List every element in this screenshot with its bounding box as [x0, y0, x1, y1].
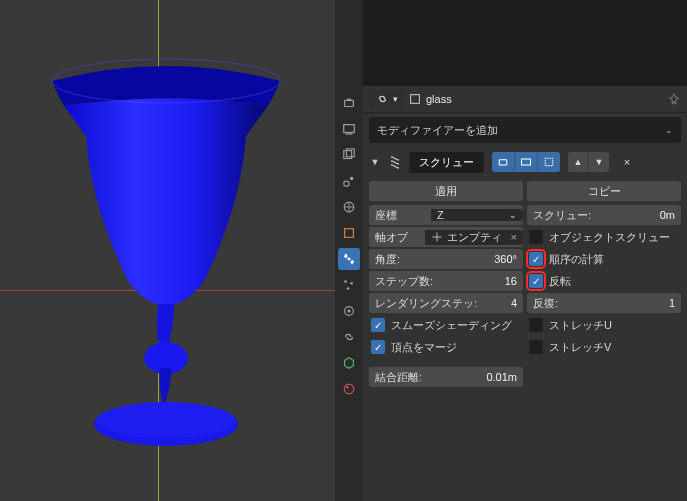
- tab-viewlayer-icon[interactable]: [338, 144, 360, 166]
- svg-rect-8: [344, 151, 352, 159]
- stretch-u-check[interactable]: ストレッチU: [527, 315, 681, 335]
- flip-check[interactable]: ✓反転: [527, 271, 681, 291]
- svg-point-10: [344, 181, 349, 186]
- disclosure-triangle[interactable]: ▼: [369, 157, 381, 167]
- delete-modifier-button[interactable]: ×: [617, 152, 637, 172]
- checkbox-on-icon: ✓: [371, 318, 385, 332]
- tab-output-icon[interactable]: [338, 118, 360, 140]
- merge-dist-field[interactable]: 結合距離:0.01m: [369, 367, 523, 387]
- apply-button[interactable]: 適用: [369, 181, 523, 201]
- svg-rect-4: [345, 100, 354, 106]
- svg-point-19: [347, 309, 350, 312]
- modifier-reorder: ▲ ▼: [568, 152, 609, 172]
- checkbox-off-icon: [529, 318, 543, 332]
- move-up-button[interactable]: ▲: [568, 152, 589, 172]
- svg-rect-9: [346, 149, 354, 157]
- panel-top-empty: [363, 0, 687, 86]
- properties-panel: ▾ glass モディファイアーを追加 ⌄ ▼ スクリュー ▲ ▼ ×: [363, 0, 687, 501]
- tab-particles-icon[interactable]: [338, 274, 360, 296]
- modifier-display-toggles: [492, 152, 560, 172]
- add-modifier-dropdown[interactable]: モディファイアーを追加 ⌄: [369, 117, 681, 143]
- pin-icon[interactable]: [667, 92, 681, 106]
- clear-icon[interactable]: ×: [511, 231, 517, 243]
- tab-world-icon[interactable]: [338, 196, 360, 218]
- toggle-render-icon[interactable]: [492, 152, 515, 172]
- svg-rect-25: [545, 158, 553, 166]
- tab-scene-icon[interactable]: [338, 170, 360, 192]
- axis-object-field[interactable]: 軸オブ エンプティ×: [369, 227, 523, 247]
- properties-tab-column: [335, 0, 363, 501]
- merge-verts-check[interactable]: ✓頂点をマージ: [369, 337, 523, 357]
- tab-material-icon[interactable]: [338, 378, 360, 400]
- tab-constraints-icon[interactable]: [338, 326, 360, 348]
- iterations-field[interactable]: 反復:1: [527, 293, 681, 313]
- modifier-name[interactable]: スクリュー: [409, 152, 484, 173]
- checkbox-on-icon: ✓: [371, 340, 385, 354]
- datablock-selector[interactable]: ▾: [369, 90, 404, 108]
- object-header: ▾ glass: [363, 86, 687, 113]
- smooth-shading-check[interactable]: ✓スムーズシェーディング: [369, 315, 523, 335]
- add-modifier-label: モディファイアーを追加: [377, 123, 498, 138]
- svg-point-17: [347, 287, 350, 290]
- chevron-down-icon: ⌄: [665, 125, 673, 135]
- mesh-icon: [408, 92, 422, 106]
- tab-render-icon[interactable]: [338, 92, 360, 114]
- svg-point-11: [350, 177, 354, 181]
- viewport-3d[interactable]: [0, 0, 335, 501]
- svg-point-16: [350, 282, 353, 285]
- calc-order-check[interactable]: ✓順序の計算: [527, 249, 681, 269]
- goblet-mesh[interactable]: [46, 36, 286, 456]
- svg-rect-24: [522, 159, 531, 165]
- object-screw-check[interactable]: オブジェクトスクリュー: [527, 227, 681, 247]
- rendersteps-field[interactable]: レンダリングステッ:4: [369, 293, 523, 313]
- move-down-button[interactable]: ▼: [589, 152, 609, 172]
- svg-point-15: [344, 280, 347, 283]
- screw-modifier-icon: [385, 152, 405, 172]
- svg-rect-13: [345, 229, 354, 238]
- checkbox-off-icon: [529, 230, 543, 244]
- svg-point-3: [96, 402, 236, 438]
- empty-icon: [431, 231, 443, 243]
- steps-field[interactable]: ステップ数:16: [369, 271, 523, 291]
- link-icon: [375, 92, 389, 106]
- svg-rect-23: [499, 160, 507, 165]
- angle-field[interactable]: 角度:360°: [369, 249, 523, 269]
- svg-point-21: [346, 386, 349, 389]
- svg-rect-6: [344, 125, 355, 133]
- svg-point-20: [344, 384, 354, 394]
- stretch-v-check[interactable]: ストレッチV: [527, 337, 681, 357]
- svg-rect-14: [347, 257, 351, 261]
- checkbox-on-icon: ✓: [529, 252, 543, 266]
- svg-rect-22: [411, 95, 420, 104]
- toggle-viewport-icon[interactable]: [515, 152, 538, 172]
- axis-field[interactable]: 座標 Z⌄: [369, 205, 523, 225]
- tab-physics-icon[interactable]: [338, 300, 360, 322]
- tab-data-icon[interactable]: [338, 352, 360, 374]
- screw-offset-field[interactable]: スクリュー:0m: [527, 205, 681, 225]
- modifier-header: ▼ スクリュー ▲ ▼ ×: [369, 149, 681, 175]
- toggle-editmode-icon[interactable]: [538, 152, 560, 172]
- svg-rect-7: [346, 133, 353, 134]
- svg-rect-5: [347, 99, 351, 101]
- tab-object-icon[interactable]: [338, 222, 360, 244]
- object-name: glass: [426, 93, 452, 105]
- checkbox-off-icon: [529, 340, 543, 354]
- checkbox-on-icon: ✓: [529, 274, 543, 288]
- copy-button[interactable]: コピー: [527, 181, 681, 201]
- tab-modifier-icon[interactable]: [338, 248, 360, 270]
